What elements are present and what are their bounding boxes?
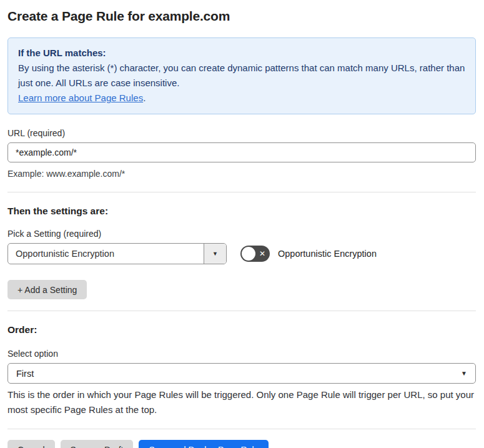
url-label: URL (required) [7,128,476,138]
info-box-body: By using the asterisk (*) character, you… [18,61,465,91]
order-helper-text: This is the order in which your Page Rul… [7,387,476,417]
settings-heading: Then the settings are: [7,206,476,217]
link-period: . [143,92,146,103]
setting-picker-column: Pick a Setting (required) Opportunistic … [7,229,227,264]
info-box-heading: If the URL matches: [18,46,465,61]
toggle-knob [242,247,255,261]
caret-down-icon: ▼ [461,370,467,377]
order-select[interactable]: First ▼ [7,363,476,384]
page-title: Create a Page Rule for example.com [7,9,476,24]
chevron-down-icon[interactable]: ▼ [204,244,226,264]
add-setting-button[interactable]: + Add a Setting [7,280,87,299]
cancel-button[interactable]: Cancel [7,440,55,448]
order-select-value: First [16,369,34,379]
divider [7,192,476,192]
divider [7,311,476,311]
setting-select[interactable]: Opportunistic Encryption ▼ [7,243,227,264]
order-heading: Order: [7,324,476,336]
toggle-label: Opportunistic Encryption [278,249,377,259]
url-input[interactable] [7,142,476,162]
toggle-column: ✕ Opportunistic Encryption [240,246,377,264]
learn-more-link[interactable]: Learn more about Page Rules [18,92,143,103]
url-example-helper: Example: www.example.com/* [7,167,476,181]
pick-setting-label: Pick a Setting (required) [7,229,227,239]
save-draft-button[interactable]: Save as Draft [61,440,134,448]
footer-actions: Cancel Save as Draft Save and Deploy Pag… [7,440,476,448]
create-page-rule-form: Create a Page Rule for example.com If th… [0,0,484,448]
select-option-label: Select option [7,349,476,359]
url-matches-info-box: If the URL matches: By using the asteris… [7,37,476,114]
setting-row: Pick a Setting (required) Opportunistic … [7,229,476,264]
toggle-off-x-icon: ✕ [259,250,265,257]
opportunistic-encryption-toggle[interactable]: ✕ [240,246,270,262]
divider [7,429,476,429]
setting-select-value: Opportunistic Encryption [8,244,204,264]
info-link-row: Learn more about Page Rules. [18,91,465,106]
save-deploy-button[interactable]: Save and Deploy Page Rule [139,440,269,448]
